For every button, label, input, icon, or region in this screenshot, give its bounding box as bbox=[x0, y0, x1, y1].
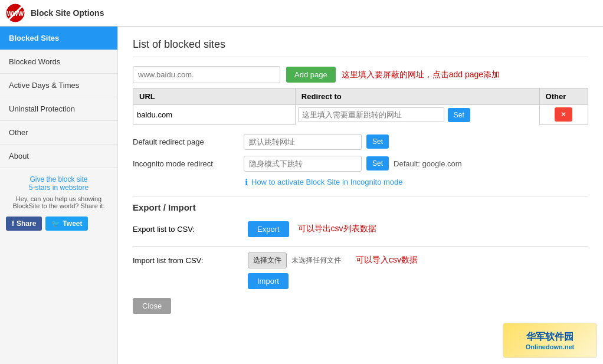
incognito-redirect-input[interactable] bbox=[244, 156, 362, 172]
divider2 bbox=[133, 246, 588, 247]
sidebar-item-other[interactable]: Other bbox=[0, 121, 117, 145]
import-hint: 可以导入csv数据 bbox=[356, 255, 418, 265]
site-url-text: baidu.com bbox=[137, 110, 172, 119]
incognito-help-link[interactable]: How to activate Block Site in Incognito … bbox=[251, 178, 403, 186]
col-header-url: URL bbox=[133, 88, 296, 105]
sidebar-item-about[interactable]: About bbox=[0, 145, 117, 168]
incognito-redirect-row: Incognito mode redirect Set Default: goo… bbox=[133, 156, 588, 172]
default-redirect-label: Default redirect page bbox=[133, 137, 239, 146]
add-page-button[interactable]: Add page bbox=[286, 67, 336, 83]
app-header: WWW Block Site Options bbox=[0, 0, 603, 27]
redirect-input[interactable] bbox=[298, 107, 444, 122]
export-label: Export list to CSV: bbox=[133, 225, 239, 234]
close-button[interactable]: Close bbox=[133, 298, 171, 314]
sidebar-social: f Share 🐦 Tweet bbox=[0, 217, 117, 237]
col-header-redirect: Redirect to bbox=[295, 88, 539, 105]
watermark: 华军软件园 Onlinedown.net bbox=[503, 323, 597, 358]
main-content: List of blocked sites Add page 这里填入要屏蔽的网… bbox=[118, 27, 603, 364]
promo-link[interactable]: Give the block site 5-stars in webstore bbox=[6, 175, 112, 192]
export-hint: 可以导出csv列表数据 bbox=[298, 224, 376, 234]
twitter-tweet-button[interactable]: 🐦 Tweet bbox=[45, 217, 88, 231]
import-label: Import list from CSV: bbox=[133, 256, 239, 265]
facebook-share-button[interactable]: f Share bbox=[6, 217, 42, 231]
app-logo: WWW bbox=[6, 4, 25, 22]
divider bbox=[133, 196, 588, 196]
incognito-set-button[interactable]: Set bbox=[366, 156, 389, 170]
incognito-hint-row: ℹ How to activate Block Site in Incognit… bbox=[245, 178, 588, 187]
import-button[interactable]: Import bbox=[248, 273, 289, 289]
incognito-redirect-label: Incognito mode redirect bbox=[133, 159, 239, 168]
incognito-default-text: Default: google.com bbox=[394, 159, 462, 168]
export-row: Export list to CSV: Export 可以导出csv列表数据 bbox=[133, 221, 588, 237]
import-row: Import list from CSV: 选择文件 未选择任何文件 可以导入c… bbox=[133, 252, 588, 289]
table-row: baidu.com Set ✕ bbox=[133, 105, 588, 125]
file-choose: 选择文件 未选择任何文件 bbox=[248, 252, 341, 268]
sidebar-item-blocked-words[interactable]: Blocked Words bbox=[0, 50, 117, 74]
sidebar: Blocked Sites Blocked Words Active Days … bbox=[0, 27, 118, 364]
add-site-input[interactable] bbox=[133, 66, 280, 83]
app-title: Block Site Options bbox=[31, 8, 104, 18]
col-header-other: Other bbox=[539, 88, 588, 105]
file-name-text: 未选择任何文件 bbox=[291, 255, 341, 265]
sites-table: URL Redirect to Other baidu.com Set ✕ bbox=[133, 88, 588, 125]
add-site-row: Add page 这里填入要屏蔽的网址，点击add page添加 bbox=[133, 66, 588, 83]
add-site-hint: 这里填入要屏蔽的网址，点击add page添加 bbox=[342, 70, 500, 80]
sidebar-promo: Give the block site 5-stars in webstore … bbox=[0, 168, 117, 217]
delete-site-button[interactable]: ✕ bbox=[555, 107, 572, 122]
default-redirect-set-button[interactable]: Set bbox=[366, 135, 389, 149]
default-redirect-row: Default redirect page Set bbox=[133, 134, 588, 150]
redirect-set-button[interactable]: Set bbox=[448, 108, 470, 122]
export-import-title: Export / Import bbox=[133, 202, 588, 212]
sidebar-item-active-days-times[interactable]: Active Days & Times bbox=[0, 74, 117, 97]
page-title: List of blocked sites bbox=[133, 38, 588, 57]
default-redirect-input[interactable] bbox=[244, 134, 362, 150]
import-row-inner: Import list from CSV: 选择文件 未选择任何文件 可以导入c… bbox=[133, 252, 588, 268]
choose-file-button[interactable]: 选择文件 bbox=[248, 252, 287, 268]
sidebar-item-uninstall-protection[interactable]: Uninstall Protection bbox=[0, 97, 117, 121]
sidebar-item-blocked-sites[interactable]: Blocked Sites bbox=[0, 27, 117, 50]
import-button-row: Import bbox=[133, 273, 588, 289]
export-button[interactable]: Export bbox=[248, 221, 289, 237]
info-icon: ℹ bbox=[245, 178, 248, 187]
